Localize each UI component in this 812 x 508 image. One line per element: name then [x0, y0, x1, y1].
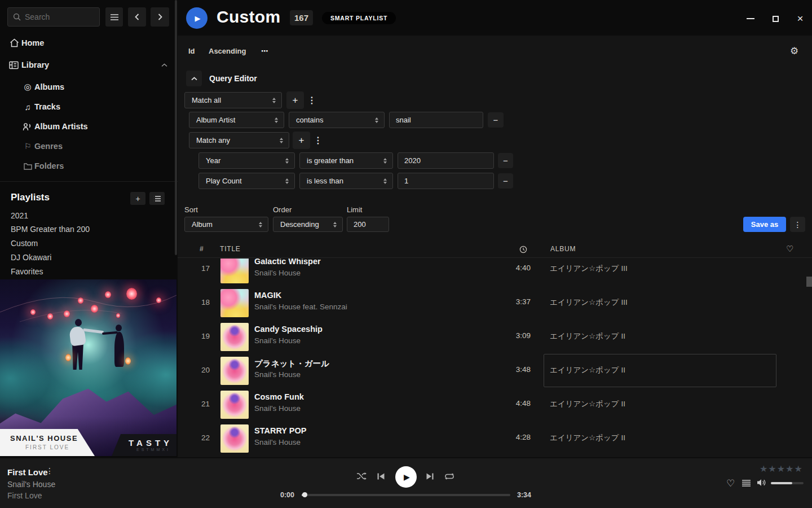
playlist-item[interactable]: BPM Greater than 200 [11, 225, 90, 236]
rule2-operator-select[interactable]: is greater than [299, 152, 393, 169]
sidebar-item-library[interactable]: Library [0, 57, 169, 73]
favorite-heart-icon[interactable]: ♡ [726, 478, 735, 489]
group2-menu-button[interactable]: ⋮ [314, 135, 323, 146]
playlist-item[interactable]: Favorites [11, 267, 43, 278]
add-rule-button[interactable]: + [286, 91, 304, 109]
play-playlist-button[interactable]: ▶ [186, 7, 208, 29]
playlist-options-button[interactable] [149, 192, 165, 205]
playlist-item[interactable]: 2021 [11, 211, 28, 222]
favorite-column-heart-icon[interactable]: ♡ [786, 244, 793, 254]
duration-clock-icon[interactable] [519, 246, 527, 253]
star-icon[interactable]: ★ [794, 463, 802, 474]
star-icon[interactable]: ★ [768, 463, 776, 474]
sort-label: Sort [184, 205, 198, 214]
query-editor-collapse-button[interactable] [186, 71, 202, 86]
lantern [126, 288, 137, 300]
rule1-field-select[interactable]: Album Artist [189, 112, 284, 128]
volume-slider[interactable] [771, 482, 804, 484]
shuffle-button[interactable] [356, 472, 367, 480]
table-row[interactable]: 17 Galactic Whisper Snail's House 4:40 エ… [178, 259, 812, 286]
sidebar-scrollbar[interactable] [175, 0, 177, 255]
add-rule-button-2[interactable]: + [293, 132, 310, 149]
select-arrows-icon [272, 98, 276, 103]
repeat-button[interactable] [444, 472, 455, 480]
column-index[interactable]: # [200, 245, 204, 253]
forward-button[interactable] [151, 7, 169, 27]
sidebar-item-album-artists[interactable]: Album Artists [0, 119, 169, 134]
query-editor-title: Query Editor [209, 74, 257, 83]
track-artist: Snail's House [254, 404, 301, 413]
flag-icon: ⚐ [22, 142, 33, 151]
rule1-value-input[interactable] [389, 112, 483, 128]
volume-button[interactable] [757, 479, 766, 487]
play-pause-button[interactable]: ▶ [395, 466, 417, 488]
column-album[interactable]: ALBUM [550, 245, 576, 253]
main-scrollbar[interactable] [806, 277, 812, 287]
rule3-field-select[interactable]: Play Count [198, 173, 295, 189]
match-type-select-2[interactable]: Match any [189, 132, 289, 148]
table-row[interactable]: 18 MAGIK Snail's House feat. Sennzai 3:3… [178, 286, 812, 320]
rule2-field-select[interactable]: Year [198, 152, 295, 169]
rule2-value-input[interactable] [398, 152, 494, 169]
remove-rule2-button[interactable]: − [498, 153, 513, 168]
sort-direction-button[interactable]: Ascending [209, 47, 246, 55]
sidebar-item-albums[interactable]: ◎ Albums [0, 79, 169, 95]
rule3-operator-select[interactable]: is less than [299, 173, 393, 189]
remove-rule3-button[interactable]: − [498, 173, 513, 189]
sort-select[interactable]: Album [184, 217, 268, 232]
rule3-value-input[interactable] [398, 173, 494, 189]
match-type-select-1[interactable]: Match all [184, 92, 282, 108]
lantern [91, 305, 98, 313]
menu-button[interactable] [105, 7, 123, 27]
sidebar-item-genres[interactable]: ⚐ Genres [0, 138, 169, 154]
close-icon: × [797, 12, 803, 25]
table-row[interactable]: 19 Candy Spaceship Snail's House 3:09 エイ… [178, 320, 812, 354]
chevron-up-icon[interactable] [158, 63, 170, 67]
group-menu-button[interactable]: ⋮ [307, 95, 316, 106]
search-box[interactable] [7, 7, 100, 27]
maximize-button[interactable] [767, 12, 784, 25]
close-button[interactable]: × [792, 12, 809, 25]
column-title[interactable]: TITLE [220, 245, 241, 253]
sidebar-item-home[interactable]: Home [0, 35, 169, 51]
star-icon[interactable]: ★ [760, 463, 767, 474]
sidebar-item-folders[interactable]: Folders [0, 158, 169, 174]
sort-field-button[interactable]: Id [188, 47, 195, 55]
order-select[interactable]: Descending [273, 217, 343, 232]
track-title: MAGIK [254, 291, 281, 300]
previous-track-button[interactable] [377, 473, 385, 480]
table-row[interactable]: 21 Cosmo Funk Snail's House 4:48 エイリアン☆ポ… [178, 388, 812, 422]
search-input[interactable] [25, 12, 94, 21]
playlist-item[interactable]: Custom [11, 239, 38, 250]
select-value: Album [192, 220, 213, 229]
add-playlist-button[interactable]: + [130, 192, 145, 205]
save-menu-button[interactable]: ⋮ [790, 217, 805, 232]
sidebar-item-tracks[interactable]: ♫ Tracks [0, 99, 169, 115]
table-row[interactable]: 20 プラネット・ガール Snail's House 3:48 エイリアン☆ポッ… [178, 354, 812, 388]
seek-bar[interactable] [302, 494, 510, 496]
star-icon[interactable]: ★ [785, 463, 793, 474]
track-count-badge: 167 [290, 10, 313, 25]
select-value: Match all [192, 96, 221, 104]
minimize-button[interactable] [742, 12, 759, 25]
settings-gear-icon[interactable]: ⚙ [790, 45, 798, 57]
plus-icon: + [135, 194, 140, 203]
select-arrows-icon [383, 158, 387, 164]
more-options-button[interactable]: ⋯ [261, 47, 268, 55]
shuffle-icon [356, 472, 367, 480]
star-icon[interactable]: ★ [777, 463, 785, 474]
label-banner: TASTY ESTMMXI [112, 434, 176, 456]
seek-thumb[interactable] [302, 492, 307, 497]
now-playing-menu-button[interactable]: ⋮ [46, 466, 54, 475]
next-track-button[interactable] [426, 473, 434, 480]
playlist-item[interactable]: DJ Okawari [11, 253, 51, 264]
save-as-button[interactable]: Save as [743, 217, 786, 232]
rule1-operator-select[interactable]: contains [289, 112, 385, 128]
now-playing-artwork[interactable]: SNAIL'S HOUSE FIRST LOVE TASTY ESTMMXI [0, 279, 176, 456]
remove-rule1-button[interactable]: − [488, 112, 504, 128]
queue-button[interactable] [742, 480, 751, 487]
track-album: エイリアン☆ポップ III [550, 297, 628, 308]
limit-input[interactable] [347, 217, 389, 232]
table-row[interactable]: 22 STARRY POP Snail's House 4:28 エイリアン☆ポ… [178, 422, 812, 456]
back-button[interactable] [128, 7, 146, 27]
